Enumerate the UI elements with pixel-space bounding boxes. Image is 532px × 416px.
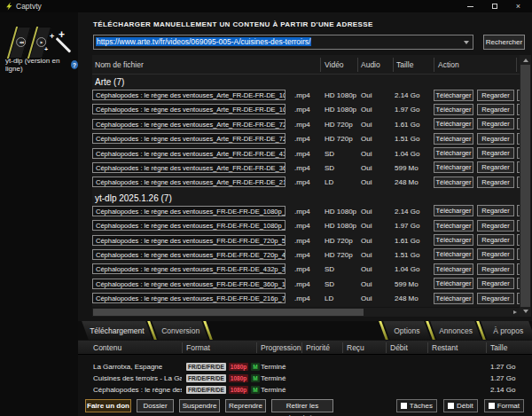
scroll-down-icon[interactable] — [523, 310, 528, 313]
download-button[interactable]: Télécharger — [434, 293, 473, 304]
remove-finished-button[interactable]: Retirer les terminés — [271, 399, 333, 412]
col-recu[interactable]: Reçu — [347, 343, 364, 352]
download-button[interactable]: Télécharger — [434, 248, 473, 260]
col-video[interactable]: Vidéo — [325, 60, 344, 69]
horizontal-scroll-thumb[interactable] — [93, 309, 364, 316]
tab-conversion[interactable]: Conversion — [152, 321, 208, 340]
footer-toolbar: Faire un don Dossier Suspendre Reprendre… — [78, 398, 532, 413]
file-audio: Oui — [361, 280, 372, 288]
toggle-label: Débit — [457, 402, 473, 410]
watch-button[interactable]: Regarder — [477, 118, 514, 130]
checkbox-icon[interactable] — [401, 403, 407, 409]
col-debit[interactable]: Débit — [390, 343, 408, 352]
col-size[interactable]: Taille — [396, 60, 413, 69]
download-button[interactable]: Télécharger — [434, 177, 473, 188]
download-button[interactable]: Télécharger — [434, 234, 473, 246]
watch-button[interactable]: Regarder — [477, 278, 514, 289]
play-mode-button[interactable]: ▶ — [27, 27, 51, 59]
folder-button[interactable]: Dossier — [137, 399, 174, 412]
col-filename[interactable]: Nom de fichier — [95, 60, 144, 69]
download-button[interactable]: Télécharger — [434, 161, 473, 173]
file-name-box[interactable]: Céphalopodes : le règne des ventouses_Ar… — [92, 119, 286, 130]
download-button[interactable]: Télécharger — [434, 263, 473, 275]
file-name-box[interactable]: Céphalopodes : le règne des ventouses_Ar… — [92, 162, 286, 173]
checkbox-icon[interactable] — [489, 403, 495, 409]
col-action[interactable]: Action — [438, 60, 459, 69]
download-button[interactable]: Télécharger — [434, 278, 473, 289]
col-restant[interactable]: Restant — [432, 343, 458, 352]
watch-button[interactable]: Regarder — [477, 234, 514, 246]
file-name-box[interactable]: Céphalopodes : le règne des ventouses_FR… — [92, 220, 286, 231]
tab-a-propos[interactable]: À propos — [481, 321, 532, 340]
checkbox-icon[interactable] — [448, 403, 454, 409]
file-name-box[interactable]: Céphalopodes : le règne des ventouses_FR… — [92, 249, 286, 260]
resume-button[interactable]: Reprendre — [225, 399, 266, 412]
maximize-button[interactable] — [482, 0, 506, 12]
col-priorite[interactable]: Priorité — [306, 343, 330, 352]
tab-options[interactable]: Options — [383, 321, 431, 340]
close-button[interactable]: × — [506, 0, 530, 12]
file-name-box[interactable]: Céphalopodes : le règne des ventouses_Ar… — [92, 177, 286, 187]
file-name-box[interactable]: Céphalopodes : le règne des ventouses_FR… — [92, 279, 286, 289]
download-button[interactable]: Télécharger — [434, 205, 473, 216]
donate-button[interactable]: Faire un don — [85, 399, 131, 412]
url-combobox[interactable]: https://www.arte.tv/fr/videos/069095-005… — [93, 35, 473, 50]
download-task-row[interactable]: Céphalopodes : le règne des ve... FR/DE/… — [78, 385, 532, 396]
horizontal-scrollbar[interactable] — [92, 308, 520, 317]
file-name-box[interactable]: Céphalopodes : le règne des ventouses_FR… — [92, 263, 286, 274]
download-task-row[interactable]: La Garrotxa, Espagne FR/DE/FR/DE 1080p M… — [78, 362, 532, 373]
download-button[interactable]: Télécharger — [434, 220, 473, 232]
help-icon[interactable]: ? — [71, 60, 78, 69]
toggle-label: Tâches — [410, 402, 433, 410]
window-title: Captvty — [16, 2, 42, 11]
file-name-box[interactable]: Céphalopodes : le règne des ventouses_Ar… — [92, 90, 286, 100]
download-button[interactable]: Télécharger — [434, 90, 473, 101]
scroll-right-icon[interactable] — [513, 310, 517, 314]
file-video-quality: HD 1080p — [325, 222, 356, 230]
watch-button[interactable]: Regarder — [477, 220, 514, 232]
scroll-up-icon[interactable] — [523, 59, 528, 62]
tab-annonces[interactable]: Annonces — [430, 321, 481, 340]
watch-button[interactable]: Regarder — [477, 133, 514, 145]
download-button[interactable]: Télécharger — [434, 118, 473, 130]
record-mode-button[interactable]: ◀◀ — [7, 27, 31, 59]
watch-button[interactable]: Regarder — [477, 248, 514, 260]
file-name-box[interactable]: Céphalopodes : le règne des ventouses_FR… — [92, 206, 286, 216]
watch-button[interactable]: Regarder — [477, 90, 514, 101]
url-input[interactable]: https://www.arte.tv/fr/videos/069095-005… — [94, 35, 473, 48]
file-size: 1.97 Go — [395, 106, 419, 114]
search-button[interactable]: Rechercher — [483, 35, 525, 50]
tab-telechargement[interactable]: Téléchargement — [82, 321, 153, 340]
download-button[interactable]: Télécharger — [434, 133, 473, 145]
download-task-row[interactable]: Cuisines des terroirs - La Garrot... FR/… — [78, 373, 532, 385]
col-progression[interactable]: Progression — [261, 343, 301, 352]
col-taille[interactable]: Taille — [490, 343, 507, 352]
watch-button[interactable]: Regarder — [477, 161, 514, 173]
file-name-box[interactable]: Céphalopodes : le règne des ventouses_Ar… — [92, 148, 286, 159]
watch-button[interactable]: Regarder — [477, 104, 514, 115]
file-name-box[interactable]: Céphalopodes : le règne des ventouses_FR… — [92, 293, 286, 303]
watch-button[interactable]: Regarder — [477, 293, 514, 304]
sparkle-icon: + — [59, 28, 65, 41]
col-contenu[interactable]: Contenu — [93, 343, 121, 352]
file-name-box[interactable]: Céphalopodes : le règne des ventouses_FR… — [92, 235, 286, 246]
footer-toggle[interactable]: Format — [484, 399, 524, 412]
vertical-scroll-thumb[interactable] — [520, 65, 530, 307]
footer-toggle[interactable]: Débit — [443, 399, 478, 412]
watch-button[interactable]: Regarder — [477, 147, 514, 159]
minimize-button[interactable] — [458, 0, 482, 12]
file-name-box[interactable]: Céphalopodes : le règne des ventouses_Ar… — [92, 104, 286, 114]
col-format[interactable]: Format — [186, 343, 210, 352]
watch-button[interactable]: Regarder — [477, 177, 514, 188]
file-audio: Oui — [361, 164, 372, 172]
download-button[interactable]: Télécharger — [434, 147, 473, 159]
watch-button[interactable]: Regarder — [477, 205, 514, 216]
col-audio[interactable]: Audio — [361, 60, 380, 69]
file-name-box[interactable]: Céphalopodes : le règne des ventouses_Ar… — [92, 133, 286, 144]
watch-button[interactable]: Regarder — [477, 263, 514, 275]
chevron-down-icon[interactable] — [464, 41, 469, 44]
footer-toggle[interactable]: Tâches — [396, 399, 437, 412]
suspend-button[interactable]: Suspendre — [179, 399, 220, 412]
download-button[interactable]: Télécharger — [434, 104, 473, 115]
vertical-scrollbar[interactable] — [520, 55, 531, 317]
